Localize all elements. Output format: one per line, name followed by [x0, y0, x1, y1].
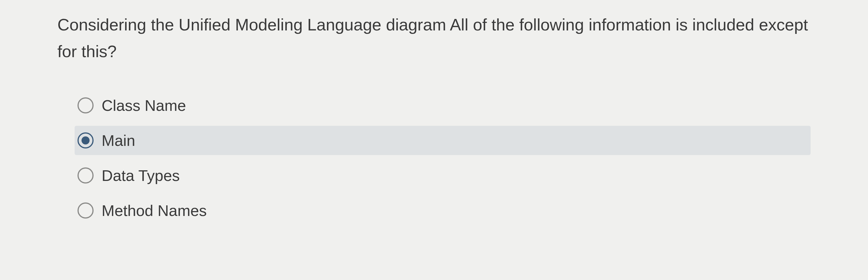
question-container: Considering the Unified Modeling Languag… [57, 11, 811, 225]
radio-icon [78, 203, 94, 219]
option-label: Main [102, 131, 135, 149]
option-main[interactable]: Main [74, 126, 811, 155]
radio-icon [78, 132, 94, 149]
option-method-names[interactable]: Method Names [74, 196, 811, 225]
option-class-name[interactable]: Class Name [74, 91, 811, 120]
options-list: Class Name Main Data Types Method Names [57, 91, 811, 225]
option-label: Class Name [102, 96, 186, 114]
radio-icon [78, 97, 94, 114]
option-label: Data Types [102, 166, 180, 184]
radio-icon [78, 167, 94, 184]
question-text: Considering the Unified Modeling Languag… [57, 11, 811, 65]
radio-inner-icon [82, 136, 90, 145]
option-label: Method Names [102, 201, 207, 219]
option-data-types[interactable]: Data Types [74, 161, 811, 190]
